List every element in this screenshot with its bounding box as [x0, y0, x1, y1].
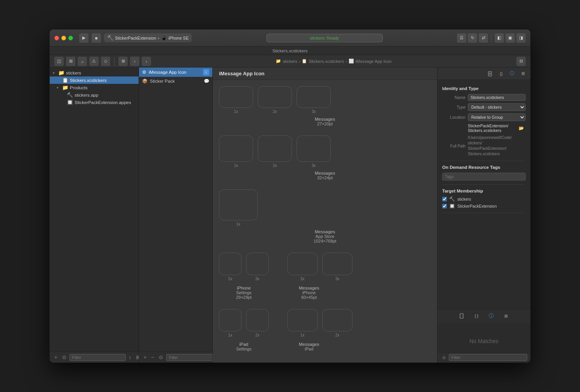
icon-slot-32-3x[interactable]: 3x	[297, 135, 331, 168]
file-item-imessage[interactable]: ⚙ iMessage App Icon i	[139, 68, 212, 77]
file-item-sticker-pack[interactable]: 📦 Sticker Pack 💬	[139, 77, 212, 85]
file-add-btn[interactable]: +	[142, 354, 148, 361]
icon-slot-msg-iphone-3x[interactable]: 3x	[322, 253, 353, 281]
search-btn[interactable]: ⌕	[78, 57, 87, 66]
icon-slot-iphone-2x[interactable]: 2x	[219, 253, 241, 281]
icon-slot-msg-ipad-1x[interactable]: 1x	[287, 309, 318, 337]
asset-title: iMessage App Icon	[219, 71, 264, 76]
breadcrumb-root[interactable]: 📁 stickers	[276, 59, 297, 64]
icon-slot-ipad-1x[interactable]: 1x	[219, 309, 241, 337]
bottom-tab-code[interactable]: {}	[472, 312, 481, 320]
icon-section-appstore: 1x Messages App Store 1024×768pt	[219, 189, 431, 243]
forward-btn[interactable]: ›	[142, 57, 151, 66]
sidebar-add-btn[interactable]: +	[53, 354, 59, 361]
icon-slot-32-1x[interactable]: 1x	[219, 135, 253, 168]
icon-box-iphone-3x[interactable]	[246, 253, 269, 275]
minimize-button[interactable]	[61, 36, 66, 40]
bottom-tab-file[interactable]	[458, 312, 466, 320]
list-view-btn[interactable]: ☰	[457, 33, 466, 43]
nav-btn[interactable]: ◫	[54, 57, 64, 66]
icon-box-27-1x[interactable]	[219, 86, 253, 108]
icon-box-32-2x[interactable]	[258, 135, 292, 162]
bottom-tab-info[interactable]: ⓘ	[487, 312, 496, 320]
imessage-type-icon: ⚙	[142, 69, 146, 75]
refresh-btn[interactable]: ↻	[468, 33, 477, 43]
target-checkbox-appex[interactable]	[442, 204, 447, 208]
no-matches-label: No Matches	[438, 330, 530, 352]
target-checkbox-stickers[interactable]	[442, 197, 447, 201]
sidebar-item-appex[interactable]: 🔲 StickerPackExtension.appex	[50, 99, 139, 106]
icon-box-msg-ipad-2x[interactable]	[322, 309, 353, 331]
navigator-btn[interactable]: ◧	[495, 33, 504, 43]
run-button[interactable]: ▶	[79, 33, 89, 43]
icon-box-32-1x[interactable]	[219, 135, 253, 162]
icon-labels-row-ipad: iPad Settings Messages iPad	[219, 340, 431, 351]
icon-box-msg-ipad-1x[interactable]	[287, 309, 318, 331]
icon-scale-msg-iphone-2x: 2x	[300, 277, 305, 281]
inspector-layout-btn[interactable]: ⊞	[519, 69, 527, 78]
icon-scale-27-1x: 1x	[234, 109, 238, 114]
icon-slot-msg-iphone-2x[interactable]: 2x	[287, 253, 318, 281]
inspector-file-btn[interactable]	[486, 69, 495, 78]
bottom-tab-layout[interactable]: ⊞	[502, 312, 511, 320]
close-button[interactable]	[54, 36, 59, 40]
inspector-filter-bar: ⊙	[438, 352, 530, 363]
inspector-reveal-btn[interactable]: 📂	[517, 125, 526, 132]
icon-slot-msg-ipad-2x[interactable]: 2x	[322, 309, 353, 337]
sidebar-item-stickers[interactable]: ▾ 📁 stickers	[50, 69, 139, 76]
status-input[interactable]	[266, 34, 383, 42]
inspector-name-input[interactable]	[468, 94, 526, 101]
device-name: iPhone SE	[168, 36, 189, 40]
inspector-type-row: Type Default - stickers	[442, 103, 526, 111]
icon-slot-27-1x[interactable]: 1x	[219, 86, 253, 114]
icon-scale-iphone-3x: 3x	[255, 277, 260, 281]
icon-slot-ipad-2x[interactable]: 2x	[246, 309, 269, 337]
file-remove-btn[interactable]: −	[150, 354, 156, 361]
scheme-selector[interactable]: 🔨 StickerPackExtension › 📱 iPhone SE	[104, 33, 192, 42]
inspector-bottom-tabs: {} ⓘ ⊞	[438, 309, 530, 323]
inspector-type-select[interactable]: Default - stickers	[468, 103, 526, 111]
sidebar-sort-btn[interactable]: ↕	[127, 354, 133, 361]
breadcrumb-xcstickers[interactable]: 📋 Stickers.xcstickers	[302, 59, 344, 64]
icon-box-msg-iphone-2x[interactable]	[287, 253, 318, 275]
grid-btn[interactable]: ⊞	[118, 57, 128, 66]
stop-button[interactable]: ■	[92, 33, 101, 43]
icon-slot-27-3x[interactable]: 3x	[297, 86, 331, 114]
icon-slot-appstore-1x[interactable]: 1x	[219, 189, 258, 226]
debug-btn[interactable]: ▣	[505, 33, 515, 43]
inspector-code-btn[interactable]: {}	[497, 69, 505, 78]
inspector-path-value: StickerPackExtension/Stickers.xcstickers	[468, 123, 516, 133]
icon-slot-iphone-3x[interactable]: 3x	[246, 253, 269, 281]
fullscreen-button[interactable]	[68, 36, 73, 40]
filter-btn[interactable]: ⊞	[66, 57, 75, 66]
icon-slot-32-2x[interactable]: 2x	[258, 135, 292, 168]
icon-box-ipad-1x[interactable]	[219, 309, 241, 331]
inspector-filter-input[interactable]	[449, 354, 527, 361]
inspector-location-row: Location Relative to Group	[442, 113, 526, 121]
sidebar-filter-input[interactable]	[69, 354, 126, 361]
section-identity-title: Identity and Type	[442, 86, 526, 91]
warning-btn[interactable]: ⚠	[89, 57, 99, 66]
back-forward-btn[interactable]: ⇄	[479, 33, 488, 43]
icon-box-32-3x[interactable]	[297, 135, 331, 162]
inspector-filter-icon: ⊙	[441, 354, 447, 361]
breadcrumb-imessage[interactable]: ⬜ iMessage App Icon	[349, 59, 392, 64]
inspector-tags-input[interactable]	[442, 173, 526, 180]
icon-box-ipad-2x[interactable]	[246, 309, 269, 331]
target-item-stickers: 🔨 stickers	[442, 196, 526, 202]
icon-slot-27-2x[interactable]: 2x	[258, 86, 292, 114]
sidebar-item-products[interactable]: ▾ 📁 Products	[50, 84, 139, 91]
bookmark-btn[interactable]: ◇	[101, 57, 110, 66]
inspector-btn[interactable]: ◨	[516, 33, 526, 43]
split-right-btn[interactable]: ⊟	[516, 57, 526, 66]
icon-box-msg-iphone-3x[interactable]	[322, 253, 353, 275]
sidebar-item-xcstickers[interactable]: 📋 Stickers.xcstickers	[50, 76, 139, 84]
icon-box-appstore-1x[interactable]	[219, 189, 258, 220]
inspector-info-btn[interactable]: ⓘ	[508, 69, 516, 78]
back-btn[interactable]: ‹	[130, 57, 139, 66]
icon-box-27-2x[interactable]	[258, 86, 292, 108]
icon-box-27-3x[interactable]	[297, 86, 331, 108]
sidebar-item-stickersapp[interactable]: 🔨 stickers.app	[50, 91, 139, 99]
inspector-location-select[interactable]: Relative to Group	[468, 113, 526, 121]
icon-box-iphone-2x[interactable]	[219, 253, 241, 275]
